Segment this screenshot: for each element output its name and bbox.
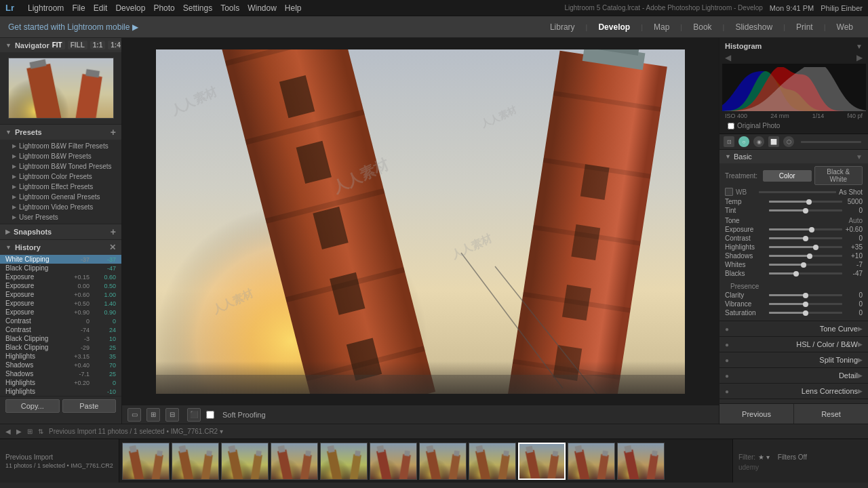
contrast-thumb[interactable] xyxy=(803,236,808,241)
toolbar-options-button[interactable]: ⬛ xyxy=(187,408,201,422)
compare-view-button[interactable]: ⊟ xyxy=(165,408,179,422)
history-item-2[interactable]: Exposure +0.15 0.60 xyxy=(0,272,121,281)
grid-view-button[interactable]: ⊞ xyxy=(146,408,160,422)
clarity-thumb[interactable] xyxy=(803,293,808,298)
filmstrip-thumb-4[interactable] xyxy=(320,443,368,480)
saturation-thumb[interactable] xyxy=(803,310,808,316)
nav-fit[interactable]: FIT xyxy=(50,41,65,49)
highlights-thumb[interactable] xyxy=(813,245,818,250)
loupe-view-button[interactable]: ▭ xyxy=(127,408,141,422)
preset-group-bwtoned[interactable]: ▶ Lightroom B&W Toned Presets xyxy=(0,161,121,171)
split-toning-section[interactable]: ● Split Toning ▶ xyxy=(719,352,868,368)
preset-group-effect[interactable]: ▶ Lightroom Effect Presets xyxy=(0,182,121,192)
paste-button[interactable]: Paste xyxy=(62,399,117,413)
tab-web[interactable]: Web xyxy=(830,20,860,35)
menu-window[interactable]: Window xyxy=(248,3,277,13)
filmstrip-thumb-7[interactable] xyxy=(469,443,516,480)
basic-section-chevron[interactable]: ▼ xyxy=(856,153,863,161)
history-item-7[interactable]: Contrast 0 0 xyxy=(0,317,121,325)
snapshots-add-button[interactable]: + xyxy=(111,227,116,237)
preset-group-video[interactable]: ▶ Lightroom Video Presets xyxy=(0,202,121,212)
crop-tool-button[interactable]: ⊡ xyxy=(724,136,734,147)
redeye-tool-button[interactable]: ◉ xyxy=(753,136,764,147)
auto-tone-button[interactable]: Auto xyxy=(848,217,863,224)
nav-11[interactable]: 1:1 xyxy=(90,41,105,49)
menu-tools[interactable]: Tools xyxy=(220,3,239,13)
filter-stars[interactable]: ★ ▾ xyxy=(758,453,770,461)
whites-thumb[interactable] xyxy=(801,262,806,268)
identity-plate[interactable]: Get started with Lightroom mobile ▶ xyxy=(8,22,138,32)
history-close[interactable]: ✕ xyxy=(109,243,116,252)
history-item-5[interactable]: Exposure +0.50 1.40 xyxy=(0,299,121,308)
history-item-0[interactable]: White Clipping -37 -37 xyxy=(0,255,121,264)
histogram-shadows-indicator[interactable]: ◀ xyxy=(725,53,731,62)
nav-fill[interactable]: FILL xyxy=(68,41,87,49)
wb-selector[interactable] xyxy=(759,191,836,193)
soft-proof-checkbox[interactable] xyxy=(206,411,214,419)
whites-slider[interactable] xyxy=(769,264,842,266)
history-item-4[interactable]: Exposure +0.60 1.00 xyxy=(0,290,121,299)
gradient-tool-button[interactable]: ⬜ xyxy=(768,136,779,147)
exposure-slider[interactable] xyxy=(769,228,842,230)
presets-header[interactable]: ▼ Presets + xyxy=(0,125,121,140)
histogram-chevron[interactable]: ▼ xyxy=(856,43,863,50)
history-item-1[interactable]: Black Clipping -47 xyxy=(0,264,121,272)
status-nav-right[interactable]: ▶ xyxy=(16,428,22,435)
exposure-thumb[interactable] xyxy=(809,227,814,232)
reset-button[interactable]: Reset xyxy=(794,404,868,424)
filmstrip-thumb-0[interactable] xyxy=(122,443,170,480)
history-item-12[interactable]: Shadows +0.40 70 xyxy=(0,361,121,369)
nav-14[interactable]: 1:4 xyxy=(108,41,122,49)
highlights-slider[interactable] xyxy=(769,246,842,248)
history-item-9[interactable]: Black Clipping -3 10 xyxy=(0,334,121,343)
preset-group-bw[interactable]: ▶ Lightroom B&W Presets xyxy=(0,151,121,161)
clarity-slider[interactable] xyxy=(769,294,842,296)
menu-settings[interactable]: Settings xyxy=(183,3,212,13)
histogram-highlights-indicator[interactable]: ▶ xyxy=(856,53,863,62)
history-header[interactable]: ▼ History ✕ xyxy=(0,240,121,255)
history-item-13[interactable]: Shadows -7.1 25 xyxy=(0,369,121,378)
history-item-10[interactable]: Black Clipping -29 25 xyxy=(0,343,121,352)
filmstrip-thumb-1[interactable] xyxy=(172,443,219,480)
tab-library[interactable]: Library xyxy=(543,20,582,35)
temp-slider[interactable] xyxy=(769,201,842,203)
tab-map[interactable]: Map xyxy=(647,20,676,35)
history-item-15[interactable]: Highlights -10 xyxy=(0,387,121,396)
treatment-bw-button[interactable]: Black & White xyxy=(814,166,863,185)
history-item-14[interactable]: Highlights +0.20 0 xyxy=(0,378,121,387)
saturation-slider[interactable] xyxy=(769,312,842,314)
tab-print[interactable]: Print xyxy=(789,20,820,35)
status-sort-icon[interactable]: ⇅ xyxy=(38,428,43,435)
filmstrip-thumb-5[interactable] xyxy=(370,443,417,480)
filmstrip-thumb-2[interactable] xyxy=(221,443,269,480)
tone-curve-section[interactable]: ● Tone Curve ▶ xyxy=(719,321,868,337)
filmstrip-thumb-8[interactable] xyxy=(518,443,566,480)
radial-tool-button[interactable]: ⬡ xyxy=(783,136,794,147)
menu-develop[interactable]: Develop xyxy=(115,3,145,13)
status-grid-icon[interactable]: ⊞ xyxy=(27,428,33,435)
hsl-section[interactable]: ● HSL / Color / B&W ▶ xyxy=(719,337,868,352)
menu-lightroom[interactable]: Lightroom xyxy=(28,3,64,13)
menu-file[interactable]: File xyxy=(72,3,85,13)
filmstrip-thumb-9[interactable] xyxy=(568,443,615,480)
vibrance-slider[interactable] xyxy=(769,303,842,305)
preset-group-general[interactable]: ▶ Lightroom General Presets xyxy=(0,192,121,202)
contrast-slider[interactable] xyxy=(769,237,842,239)
status-nav-left[interactable]: ◀ xyxy=(5,428,11,435)
snapshots-header[interactable]: ▶ Snapshots + xyxy=(0,224,121,239)
filmstrip-thumb-10[interactable] xyxy=(617,443,665,480)
original-photo-checkbox[interactable] xyxy=(728,123,734,129)
preset-group-user[interactable]: ▶ User Presets xyxy=(0,212,121,222)
treatment-color-button[interactable]: Color xyxy=(763,170,812,182)
blacks-slider[interactable] xyxy=(769,272,842,274)
shadows-slider[interactable] xyxy=(769,255,842,257)
vibrance-thumb[interactable] xyxy=(803,302,808,307)
history-item-3[interactable]: Exposure 0.00 0.50 xyxy=(0,281,121,290)
detail-section[interactable]: ● Detail ▶ xyxy=(719,368,868,384)
preset-group-color[interactable]: ▶ Lightroom Color Presets xyxy=(0,171,121,182)
heal-tool-button[interactable]: ○ xyxy=(738,136,749,147)
tint-thumb[interactable] xyxy=(803,208,808,214)
history-item-11[interactable]: Highlights +3.15 35 xyxy=(0,352,121,361)
menu-edit[interactable]: Edit xyxy=(94,3,108,13)
tab-slideshow[interactable]: Slideshow xyxy=(728,20,779,35)
